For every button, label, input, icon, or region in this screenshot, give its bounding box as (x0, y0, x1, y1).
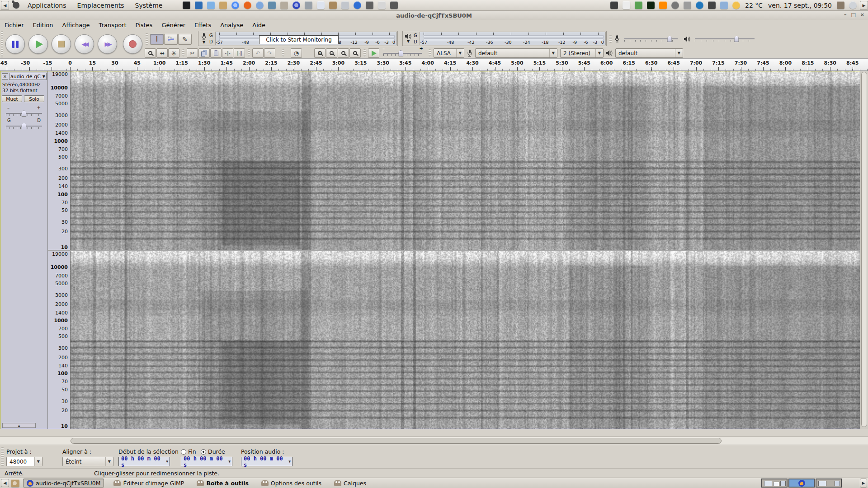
menu-fichier[interactable]: Fichier (0, 22, 28, 28)
menu-edition[interactable]: Edition (28, 22, 58, 28)
phone-tray-icon[interactable] (623, 1, 630, 9)
output-device-select[interactable]: default▼ (615, 48, 683, 58)
workspace-2-active[interactable] (788, 479, 815, 488)
radio-selection-end[interactable]: Fin (181, 448, 196, 455)
input-volume-slider[interactable] (624, 36, 678, 42)
meter-dropdown-arrow[interactable]: ▼ (407, 39, 410, 43)
google-earth-launcher-icon[interactable] (268, 1, 276, 9)
obs-tray-icon[interactable] (635, 1, 642, 9)
chrome-launcher-icon[interactable] (231, 1, 239, 9)
undo-button[interactable]: ↶ (252, 48, 264, 58)
toolbar-grip[interactable] (429, 49, 431, 57)
frequency-scale-left-channel[interactable]: 1900010000700050003000200014001000700500… (48, 71, 71, 250)
gimp-tray-icon[interactable] (837, 1, 844, 9)
monitoring-tooltip[interactable]: Click to Start Monitoring (259, 35, 339, 44)
audio-host-select[interactable]: ALSA▼ (434, 48, 464, 58)
kino-launcher-icon[interactable] (366, 1, 373, 9)
task-button-2[interactable]: Éditeur d'image GIMP (110, 479, 187, 488)
meter-dropdown-arrow[interactable]: ▼ (203, 40, 205, 44)
magnifier-tray-icon[interactable] (849, 1, 857, 9)
audacity-launcher-icon[interactable] (292, 1, 300, 9)
mute-button[interactable]: Muet (2, 95, 22, 102)
clipboard-launcher-icon[interactable] (329, 1, 337, 9)
panel-clock[interactable]: ven. 17 sept., 09:50 (765, 2, 835, 9)
record-meter[interactable]: ▼ G D Click to Start Monitoring -57-48-4… (198, 31, 398, 46)
panel-menu-système[interactable]: Système (130, 2, 168, 9)
output-volume-slider[interactable] (695, 36, 755, 42)
time-shift-tool-button[interactable]: ↔ (156, 48, 168, 58)
input-device-select[interactable]: default▼ (475, 48, 557, 58)
spectrogram-left-channel[interactable] (71, 71, 860, 250)
task-button-4[interactable]: Options des outils (258, 479, 325, 488)
copy-button[interactable] (198, 48, 210, 58)
task-button-5[interactable]: Calques (331, 479, 369, 488)
calculator-launcher-icon[interactable] (378, 1, 386, 9)
redo-button[interactable]: ↷ (264, 48, 275, 58)
paste-button[interactable] (210, 48, 222, 58)
trim-audio-button[interactable]: -‖- (222, 48, 233, 58)
weather-tray-icon[interactable] (732, 1, 740, 9)
panel-menu-applications[interactable]: Applications (22, 2, 72, 9)
file-manager-launcher-icon[interactable] (219, 1, 227, 9)
cut-button[interactable]: ✂ (187, 48, 198, 58)
toolbar-grip[interactable] (282, 49, 284, 57)
task-button-3[interactable]: Boîte à outils (193, 479, 251, 488)
toolbar-grip[interactable] (609, 35, 612, 43)
taskbar-arrow-left[interactable]: ◀ (1, 479, 9, 487)
vertical-scrollbar[interactable] (860, 71, 868, 429)
play-at-speed-button[interactable] (368, 48, 379, 58)
track-name-menu[interactable]: audio-de-qC▼ (9, 73, 47, 80)
playback-meter-speaker[interactable]: ▼ (403, 31, 414, 46)
horizontal-scrollbar[interactable] (0, 436, 868, 445)
video-editor-launcher-icon[interactable] (390, 1, 398, 9)
maximize-button[interactable]: □ (851, 12, 855, 18)
system-monitor-tray-icon[interactable] (647, 1, 655, 9)
radio-selection-duration[interactable]: Durée (201, 448, 225, 455)
tablet-tray-icon[interactable] (720, 1, 728, 9)
pan-slider[interactable] (6, 123, 42, 129)
playback-speed-slider[interactable]: – + (383, 50, 422, 56)
xsane-launcher-icon[interactable] (280, 1, 288, 9)
track-close-button[interactable]: ✕ (2, 73, 8, 80)
multi-tool-button[interactable]: ✳ (168, 48, 179, 58)
gain-slider[interactable] (6, 110, 42, 117)
panel-menu-emplacements[interactable]: Emplacements (72, 2, 130, 9)
toolbar-grip[interactable] (182, 49, 184, 57)
color-picker-launcher-icon[interactable] (341, 1, 349, 9)
silence-audio-button[interactable]: ‖·‖ (234, 48, 245, 58)
menu-transport[interactable]: Transport (94, 22, 131, 28)
thunderbird-launcher-icon[interactable] (195, 1, 203, 9)
horizontal-scrollbar-thumb[interactable] (71, 438, 722, 444)
slider-thumb[interactable] (667, 36, 672, 42)
solo-button[interactable]: Solo (24, 95, 44, 102)
zoom-tool-button[interactable] (145, 48, 156, 58)
project-rate-select[interactable]: 48000 ▼ (6, 457, 42, 466)
vertical-scrollbar-thumb[interactable] (861, 72, 867, 427)
slider-thumb[interactable] (734, 36, 739, 42)
spectrogram-right-channel[interactable] (71, 251, 860, 429)
file-manager-tray-icon[interactable] (11, 479, 19, 487)
slider-thumb[interactable] (398, 50, 403, 56)
draw-tool-button[interactable]: ✎ (178, 34, 192, 45)
slider-thumb[interactable] (22, 123, 27, 129)
fit-project-button[interactable] (349, 48, 361, 58)
panel-hide-arrow-left[interactable]: ◀ (1, 1, 9, 10)
menu-pistes[interactable]: Pistes (131, 22, 157, 28)
selection-tool-button[interactable]: I (150, 34, 164, 45)
minimize-button[interactable]: – (844, 12, 847, 18)
libreoffice-launcher-icon[interactable] (317, 1, 325, 9)
terminal-launcher-icon[interactable] (183, 1, 190, 9)
toolbar-grip[interactable] (146, 33, 148, 45)
toolbar-grip[interactable] (248, 49, 250, 57)
workspace-1[interactable] (761, 479, 788, 488)
selection-start-field[interactable]: 00 h 00 m 00 s▼ (118, 457, 170, 466)
accessibility-tray-icon[interactable] (696, 1, 703, 9)
tools-tray-icon[interactable] (684, 1, 691, 9)
panel-hide-arrow-right[interactable]: ▶ (860, 1, 868, 10)
chromium-launcher-icon[interactable] (256, 1, 264, 9)
record-meter-mic[interactable]: ▼ (198, 31, 209, 46)
taskbar-arrow-right[interactable]: ▶ (860, 479, 867, 488)
envelope-tool-button[interactable] (164, 34, 178, 45)
workspace-3[interactable] (816, 479, 842, 488)
playback-meter[interactable]: ▼ G D -57-48-42-36-30-24-18-12-9-6-30 (402, 31, 607, 46)
